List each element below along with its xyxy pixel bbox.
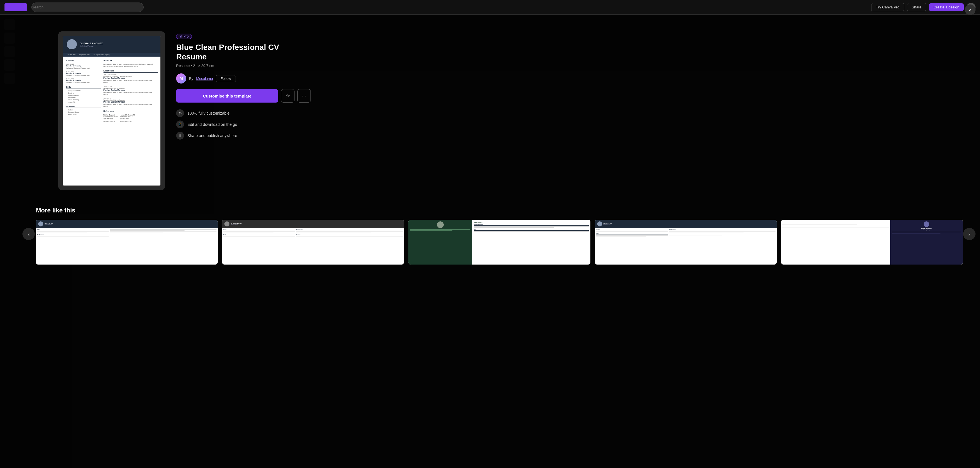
mini-resume-3: Juliana Silva Professional Summary Skill… xyxy=(408,220,590,265)
about-text: Lorem ipsum dolor sit amet, consectetur … xyxy=(103,63,158,68)
share-button[interactable]: Share xyxy=(907,3,926,11)
template-preview-card: OLIVIA SANCHEZ Marketing Manager +64 456… xyxy=(58,32,165,190)
mini-resume-4: OLIVIA WILSON Graphics Designer Educatio… xyxy=(595,220,776,265)
resume-job-title: Marketing Manager xyxy=(80,45,103,47)
resume-avatar-image xyxy=(67,39,77,49)
mini-resume-2: RICHARD SANCHEZ Marketing Manager Contac… xyxy=(222,220,404,265)
education-item-1: 2020 - 2022 Borcelle University Bachelor… xyxy=(66,63,101,70)
modal-wrapper: OLIVIA SANCHEZ Marketing Manager +64 456… xyxy=(0,0,980,468)
experience-section-title: Experience xyxy=(103,70,158,73)
about-section-title: About Me xyxy=(103,59,158,62)
more-card-5[interactable]: About Me Experience LORNA ALVARADO Marke… xyxy=(781,220,963,265)
more-card-2[interactable]: RICHARD SANCHEZ Marketing Manager Contac… xyxy=(222,220,404,265)
feature-list: ⚙ 100% fully customizable 📱 Edit and dow… xyxy=(176,109,311,140)
education-section-title: Education xyxy=(66,59,101,62)
feature-text-2: Edit and download on the go xyxy=(187,122,237,127)
close-button[interactable]: × xyxy=(965,5,975,15)
skills-list: • Management Skills • Creativity • Digit… xyxy=(66,90,101,103)
ref-1: Bailey Dupont Worldwide Inc / CEO 123 45… xyxy=(103,114,118,123)
mini-avatar-4 xyxy=(597,221,602,227)
crown-icon: ♛ xyxy=(179,35,182,38)
more-like-this-title: More like this xyxy=(36,207,963,214)
exp-item-3: 2015 - 2017 Wandere Inc / Sydney, Austra… xyxy=(103,98,158,108)
preview-section: OLIVIA SANCHEZ Marketing Manager +64 456… xyxy=(19,14,980,201)
template-title: Blue Clean Professional CV Resume xyxy=(176,43,311,61)
more-options-button[interactable]: ··· xyxy=(297,89,311,103)
more-like-this-grid: OLIVIA WILSON Graphics Designer Profile … xyxy=(36,220,963,265)
resume-email: info@mysite.com xyxy=(79,54,89,56)
follow-button[interactable]: Follow xyxy=(216,75,236,82)
template-meta: Resume • 21 × 29.7 cm xyxy=(176,63,311,68)
customize-template-button[interactable]: Customise this template xyxy=(176,89,278,103)
more-card-preview-1: OLIVIA WILSON Graphics Designer Profile … xyxy=(36,220,218,265)
actions-row: Customise this template ☆ ··· xyxy=(176,89,311,103)
mini-resume-1: OLIVIA WILSON Graphics Designer Profile … xyxy=(36,220,218,265)
top-navigation: Try Canva Pro Share Create a design xyxy=(0,0,980,14)
skills-section-title: Skills xyxy=(66,86,101,89)
feature-text-3: Share and publish anywhere xyxy=(187,133,237,138)
pro-badge: ♛ Pro xyxy=(176,33,192,39)
feature-item-3: ⬆ Share and publish anywhere xyxy=(176,132,311,140)
more-card-1[interactable]: OLIVIA WILSON Graphics Designer Profile … xyxy=(36,220,218,265)
mini-avatar-2 xyxy=(224,221,229,227)
author-row: M By Mosaiama Follow xyxy=(176,73,311,84)
education-item-2: 2016 - 2020 Borcelle University Bachelor… xyxy=(66,71,101,77)
exp-item-1: Jan 2022 - Present Athenaeum Industries … xyxy=(103,74,158,84)
info-panel: ♛ Pro Blue Clean Professional CV Resume … xyxy=(176,32,311,140)
try-pro-button[interactable]: Try Canva Pro xyxy=(871,3,904,11)
star-button[interactable]: ☆ xyxy=(281,89,294,103)
mini-resume-5: About Me Experience LORNA ALVARADO Marke… xyxy=(781,220,963,265)
exp-item-2: 2017 - 2019 Wandere Inc / Sydney, Austra… xyxy=(103,86,158,96)
more-card-preview-2: RICHARD SANCHEZ Marketing Manager Contac… xyxy=(222,220,404,265)
resume-body: Education 2020 - 2022 Borcelle Universit… xyxy=(63,57,161,186)
canva-logo[interactable] xyxy=(5,3,27,11)
next-arrow-button[interactable]: › xyxy=(963,228,975,240)
more-like-this-section: More like this OLIVIA WILSON Graphics De… xyxy=(19,201,980,276)
resume-address: 123 Anywhere St., Any City xyxy=(93,54,110,56)
resume-preview: OLIVIA SANCHEZ Marketing Manager +64 456… xyxy=(63,36,161,186)
customizable-icon: ⚙ xyxy=(176,109,184,117)
feature-item-1: ⚙ 100% fully customizable xyxy=(176,109,311,117)
search-input[interactable] xyxy=(32,3,143,12)
mini-avatar-1 xyxy=(38,221,43,227)
author-name-link[interactable]: Mosaiama xyxy=(196,76,213,81)
mobile-icon: 📱 xyxy=(176,121,184,129)
resume-name: OLIVIA SANCHEZ xyxy=(80,42,103,45)
more-card-preview-5: About Me Experience LORNA ALVARADO Marke… xyxy=(781,220,963,265)
more-card-4[interactable]: OLIVIA WILSON Graphics Designer Educatio… xyxy=(595,220,776,265)
create-design-button[interactable]: Create a design xyxy=(929,3,964,11)
resume-header: OLIVIA SANCHEZ Marketing Manager xyxy=(63,36,161,53)
nav-actions: Try Canva Pro Share Create a design xyxy=(871,3,975,12)
prev-arrow-button[interactable]: ‹ xyxy=(22,228,35,240)
ref-2: Harumi Kobayashi Worldwide Inc / CEO 123… xyxy=(120,114,135,123)
share-icon: ⬆ xyxy=(176,132,184,140)
resume-contact-bar: +64 456 7890 info@mysite.com 123 Anywher… xyxy=(63,53,161,57)
more-card-preview-3: Juliana Silva Professional Summary Skill… xyxy=(408,220,590,265)
resume-phone: +64 456 7890 xyxy=(67,54,75,56)
author-by-label: By xyxy=(189,76,193,81)
language-list: • English • Germany (Basic) • Spain (Bas… xyxy=(66,109,101,115)
feature-text-1: 100% fully customizable xyxy=(187,111,229,116)
language-section-title: Language xyxy=(66,105,101,108)
resume-right-column: About Me Lorem ipsum dolor sit amet, con… xyxy=(103,59,158,183)
feature-item-2: 📱 Edit and download on the go xyxy=(176,121,311,129)
more-card-3[interactable]: Juliana Silva Professional Summary Skill… xyxy=(408,220,590,265)
resume-left-column: Education 2020 - 2022 Borcelle Universit… xyxy=(66,59,101,183)
references-section-title: References xyxy=(103,110,158,113)
education-item-3: 2012 - 2016 Borcelle University Bachelor… xyxy=(66,78,101,84)
references-grid: Bailey Dupont Worldwide Inc / CEO 123 45… xyxy=(103,114,158,123)
more-card-preview-4: OLIVIA WILSON Graphics Designer Educatio… xyxy=(595,220,776,265)
author-avatar: M xyxy=(176,73,186,84)
